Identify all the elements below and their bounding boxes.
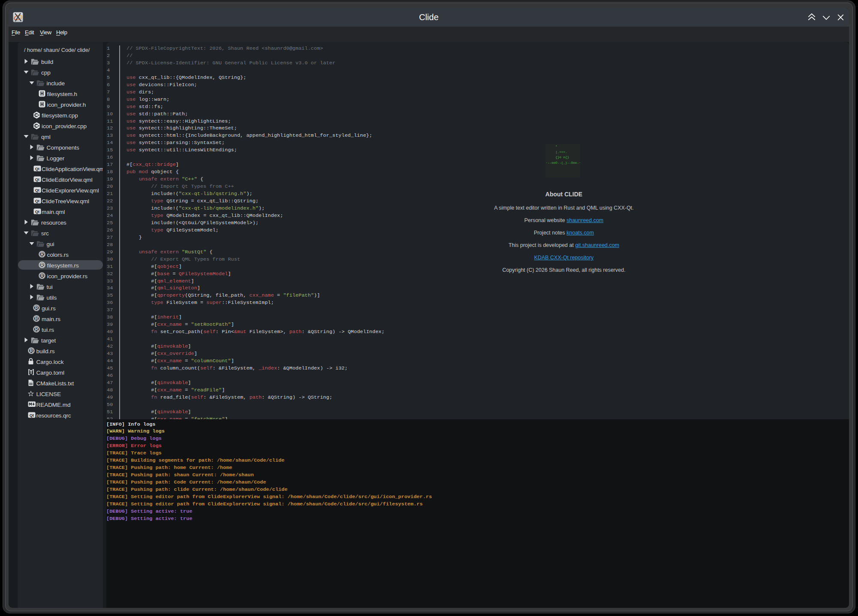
svg-text:R: R (40, 263, 44, 267)
svg-text:R: R (40, 252, 44, 257)
svg-text:R: R (35, 306, 38, 310)
svg-text:R: R (35, 327, 38, 332)
svg-text:R: R (35, 316, 38, 321)
svg-text:Qt: Qt (30, 413, 34, 418)
svg-text:R: R (40, 273, 44, 278)
svg-text:Qt: Qt (35, 209, 39, 214)
svg-text:R: R (30, 349, 33, 353)
svg-text:Qt: Qt (35, 166, 39, 171)
svg-text:Qt: Qt (35, 198, 39, 203)
svg-text:Qt: Qt (35, 188, 39, 192)
svg-text:Qt: Qt (35, 177, 39, 182)
